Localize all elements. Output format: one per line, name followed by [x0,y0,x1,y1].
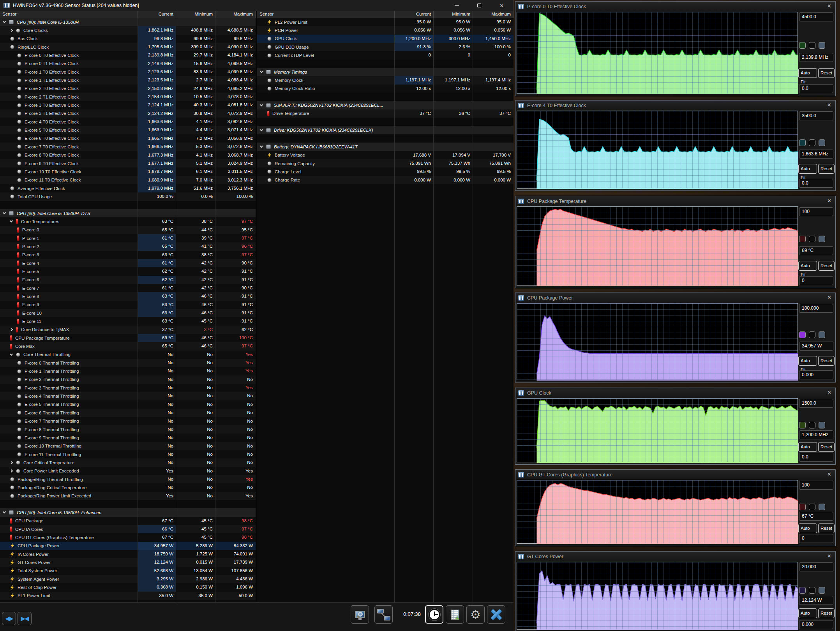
graph-title-bar[interactable]: CPU Package Temperature✕ [515,196,835,206]
sensor-row[interactable]: P-core 161 °C39 °C97 °C [0,234,256,242]
reset-button[interactable]: Reset [818,523,835,533]
graph-max-value[interactable]: 3500.0 [799,111,833,120]
sensor-row[interactable]: E-core 5 Thermal ThrottlingNoNoNo [0,400,256,409]
auto-fit-button[interactable]: Auto Fit [798,608,817,618]
sensor-row[interactable]: E-core 863 °C46 °C91 °C [0,292,256,300]
graph-max-value[interactable]: 4500.0 [799,12,833,21]
sensor-row[interactable]: Total System Power52.698 W13.054 W107.85… [0,567,256,575]
sensor-row[interactable]: CPU GT Cores (Graphics) Temperature67 °C… [0,533,256,541]
sensor-row[interactable]: E-core 8 Thermal ThrottlingNoNoNo [0,425,256,434]
sensor-row[interactable]: System Agent Power3.295 W2.986 W4.436 W [0,575,256,583]
reset-button[interactable]: Reset [818,68,835,78]
background-color-swatch[interactable] [809,42,815,49]
chevron-down-icon[interactable] [3,20,6,23]
sensor-row[interactable]: Memory Clock1,197.1 MHz1,197.1 MHz1,197.… [257,76,514,84]
column-header-sensor[interactable]: Sensor [0,11,138,18]
sensor-row[interactable]: Core Clocks1,862.1 MHz498.8 MHz4,688.5 M… [0,26,256,34]
sensor-row[interactable]: P-core 0 T1 Effective Clock2,148.6 MHz15… [0,60,256,68]
sensor-row[interactable]: CPU IA Cores66 °C45 °C97 °C [0,525,256,533]
sensor-row[interactable]: Core Critical TemperatureNoNoNo [0,458,256,467]
sensor-row[interactable]: Package/Ring Power Limit ExceededYesNoYe… [0,492,256,500]
sensor-row[interactable]: Core Power Limit ExceededYesNoYes [0,467,256,475]
background-color-swatch[interactable] [809,236,815,242]
graph-panel-5[interactable]: CPU GT Cores (Graphics) Temperature✕1006… [515,469,836,546]
sensor-row[interactable]: CPU Package Temperature69 °C46 °C100 °C [0,334,256,342]
auto-fit-button[interactable]: Auto Fit [798,356,817,366]
sensor-row[interactable]: PCH Power0.056 W0.056 W0.056 W [257,26,514,34]
sensor-row[interactable]: P-core 3 Thermal ThrottlingNoNoYes [0,384,256,392]
sensor-row[interactable]: Bus Clock99.8 MHz99.8 MHz99.8 MHz [0,35,256,43]
reset-button[interactable]: Reset [818,261,835,271]
chevron-down-icon[interactable] [10,219,13,222]
title-bar[interactable]: HWiNFO64 v7.36-4960 Sensor Status [204 v… [0,0,513,11]
column-header-current[interactable]: Current [395,11,434,18]
sensor-row[interactable]: Package/Ring Thermal ThrottlingNoNoYes [0,475,256,483]
section-row[interactable]: CPU [#0]: Intel Core i5-13500H: Enhanced [0,508,256,516]
sensor-row[interactable]: E-core 963 °C46 °C91 °C [0,301,256,309]
graph-min-value[interactable]: 0.000 [799,370,833,379]
chevron-down-icon[interactable] [260,145,263,148]
sensor-row[interactable]: E-core 7 Thermal ThrottlingNoNoNo [0,417,256,425]
graph-close-icon[interactable]: ✕ [827,390,831,395]
sensor-row[interactable]: P-core 3 T0 Effective Clock2,124.1 MHz40… [0,101,256,109]
maximize-button[interactable] [475,1,484,10]
chevron-down-icon[interactable] [3,211,6,214]
graph-min-value[interactable]: 0.0 [799,453,833,462]
column-header-minimum[interactable]: Minimum [176,11,215,18]
system-summary-button[interactable] [351,605,369,624]
chevron-down-icon[interactable] [3,510,6,513]
graph-title-bar[interactable]: GPU Clock✕ [515,388,835,398]
graph-panel-0[interactable]: P-core 0 T0 Effective Clock✕4500.02,139.… [515,1,836,96]
sensor-row[interactable]: Total CPU Usage100.0 %0.0 %100.0 % [0,192,256,201]
graph-close-icon[interactable]: ✕ [827,198,831,204]
section-row[interactable]: S.M.A.R.T.: KBG50ZNV1T02 KIOXIA (234C829… [257,101,514,109]
sensor-row[interactable]: PL2 Power Limit95.0 W95.0 W95.0 W [257,18,514,26]
background-color-swatch[interactable] [809,331,815,338]
grid-color-swatch[interactable] [819,331,825,338]
graph-min-value[interactable]: 0 [799,534,833,543]
graph-close-icon[interactable]: ✕ [827,294,831,300]
column-header-current[interactable]: Current [138,11,176,18]
sensor-row[interactable]: E-core 562 °C42 °C91 °C [0,267,256,275]
clock-toggle-button[interactable] [425,605,443,624]
sensor-row[interactable]: CPU Package67 °C45 °C98 °C [0,517,256,525]
sensor-row[interactable]: Remaining Capacity75.891 Wh75.337 Wh75.8… [257,159,514,167]
graph-panel-1[interactable]: E-core 4 T0 Effective Clock✕3500.01,663.… [515,100,836,191]
auto-fit-button[interactable]: Auto Fit [798,68,817,78]
graph-color-swatch[interactable] [799,236,806,242]
chevron-right-icon[interactable] [10,469,13,472]
reset-button[interactable]: Reset [818,608,835,618]
graph-plot-area[interactable] [517,562,798,630]
chevron-down-icon[interactable] [260,128,263,131]
sensor-row[interactable]: E-core 8 T0 Effective Clock1,677.3 MHz4.… [0,151,256,159]
sensor-row[interactable]: P-core 0 Thermal ThrottlingNoNoYes [0,359,256,367]
graph-color-swatch[interactable] [799,139,806,146]
sensor-row[interactable]: E-core 11 T0 Effective Clock1,680.9 MHz7… [0,176,256,184]
sensor-row[interactable]: E-core 461 °C42 °C90 °C [0,259,256,267]
sensor-row[interactable]: E-core 6 T0 Effective Clock1,665.4 MHz7.… [0,134,256,143]
background-color-swatch[interactable] [809,504,815,510]
sensor-row[interactable]: P-core 2 T1 Effective Clock2,154.0 MHz10… [0,93,256,101]
reset-button[interactable]: Reset [818,164,835,174]
graph-close-icon[interactable]: ✕ [827,471,831,477]
auto-fit-button[interactable]: Auto Fit [798,523,817,533]
sensor-row[interactable]: IA Cores Power18.759 W1.725 W74.091 W [0,550,256,558]
reset-button[interactable]: Reset [818,442,835,452]
section-row[interactable]: CPU [#0]: Intel Core i5-13500H [0,18,256,26]
graph-panel-2[interactable]: CPU Package Temperature✕10069 °CAuto Fit… [515,196,836,288]
sensor-row[interactable]: Core Max65 °C46 °C97 °C [0,342,256,350]
column-header-maximum[interactable]: Maximum [473,11,514,18]
graph-title-bar[interactable]: P-core 0 T0 Effective Clock✕ [515,2,835,12]
background-color-swatch[interactable] [809,587,815,594]
sensor-row[interactable]: Current cTDP Level000 [257,51,514,59]
sensor-row[interactable]: P-core 2 Thermal ThrottlingNoNoNo [0,375,256,384]
sensor-row[interactable]: Average Effective Clock1,979.0 MHz51.6 M… [0,184,256,192]
column-header-minimum[interactable]: Minimum [434,11,473,18]
graph-color-swatch[interactable] [799,587,806,594]
sensor-row[interactable]: E-core 9 Thermal ThrottlingNoNoNo [0,434,256,442]
column-header-maximum[interactable]: Maximum [215,11,256,18]
sensor-row[interactable]: PL1 Power Limit35.0 W35.0 W50.0 W [0,592,256,600]
graph-title-bar[interactable]: E-core 4 T0 Effective Clock✕ [515,100,835,111]
graph-close-icon[interactable]: ✕ [827,102,831,108]
graph-close-icon[interactable]: ✕ [827,553,831,559]
